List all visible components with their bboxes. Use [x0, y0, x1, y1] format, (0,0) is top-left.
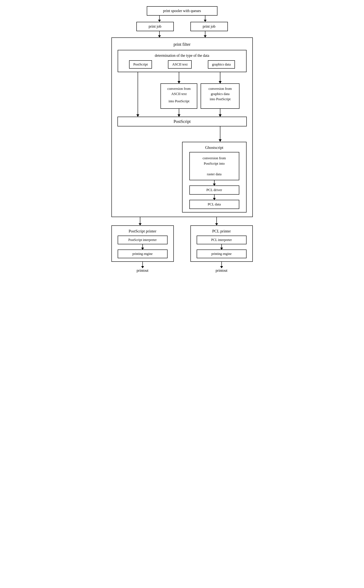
pcl-printer-label: PCL printer — [212, 229, 231, 234]
spooler-box: print spooler with queues — [147, 6, 217, 16]
print-job-1: print job — [136, 22, 174, 31]
svg-text:conversion from: conversion from — [208, 87, 232, 91]
pcl-printer-outer: PCL printer PCL interpreter printing eng… — [190, 225, 253, 262]
postscript-engine-box: printing engine — [118, 249, 168, 258]
postscript-printer-outer: PostScript printer PostScript interprete… — [111, 225, 174, 262]
print-filter-label: print filter — [174, 42, 191, 47]
data-type-label: determination of the type of the data — [155, 53, 209, 58]
svg-marker-15 — [177, 114, 181, 117]
svg-marker-17 — [219, 114, 221, 117]
pcl-engine-box: printing engine — [197, 249, 247, 258]
svg-text:ASCII text: ASCII text — [171, 92, 187, 96]
pcl-interpreter-box: PCL interpreter — [197, 235, 247, 244]
print-jobs-row: print job print job — [109, 22, 255, 31]
pcl-driver-box: PCL driver — [189, 185, 239, 195]
ghostscript-conversion: conversion fromPostScript intoraster dat… — [189, 152, 239, 180]
printers-row: PostScript printer PostScript interprete… — [109, 225, 255, 262]
type-postscript: PostScript — [129, 60, 152, 69]
conversion-arrows-svg: conversion from ASCII text into PostScri… — [118, 72, 247, 126]
pcl-printout-section: printout — [190, 262, 253, 273]
svg-text:into PostScript: into PostScript — [209, 97, 231, 101]
to-printers-arrows — [109, 217, 255, 225]
svg-marker-21 — [219, 139, 221, 142]
print-job-2: print job — [190, 22, 228, 31]
ghostscript-label: Ghostscript — [205, 145, 223, 150]
data-type-boxes: PostScript ASCII text graphics data — [121, 60, 243, 69]
data-type-outer: determination of the type of the data Po… — [118, 50, 247, 72]
svg-marker-3 — [219, 81, 221, 84]
ghostscript-container: Ghostscript conversion fromPostScript in… — [118, 142, 247, 213]
printout-section: printout printout — [109, 262, 255, 273]
pcl-printout-label: printout — [215, 268, 228, 273]
postscript-printout-section: printout — [111, 262, 174, 273]
svg-text:graphics data: graphics data — [211, 92, 229, 96]
type-ascii: ASCII text — [168, 60, 192, 69]
svg-text:conversion from: conversion from — [167, 87, 191, 91]
print-filter-outer: print filter determination of the type o… — [111, 37, 253, 217]
ghostscript-conversion-text: conversion fromPostScript intoraster dat… — [203, 156, 226, 176]
svg-text:PostScript: PostScript — [173, 119, 191, 124]
ghostscript-outer: Ghostscript conversion fromPostScript in… — [182, 142, 247, 213]
spooler-section: print spooler with queues print job prin… — [109, 6, 255, 31]
svg-text:into PostScript: into PostScript — [168, 99, 189, 103]
type-graphics: graphics data — [208, 60, 235, 69]
postscript-printer-label: PostScript printer — [129, 229, 156, 234]
pcl-data-box: PCL data — [189, 200, 239, 209]
postscript-interpreter-box: PostScript interpreter — [118, 235, 168, 244]
postscript-to-ghostscript-svg — [118, 126, 247, 143]
svg-marker-13 — [136, 114, 139, 117]
svg-marker-1 — [177, 81, 181, 84]
spooler-label: print spooler with queues — [163, 9, 201, 13]
postscript-printout-label: printout — [136, 268, 149, 273]
diagram: print spooler with queues print job prin… — [109, 6, 255, 273]
